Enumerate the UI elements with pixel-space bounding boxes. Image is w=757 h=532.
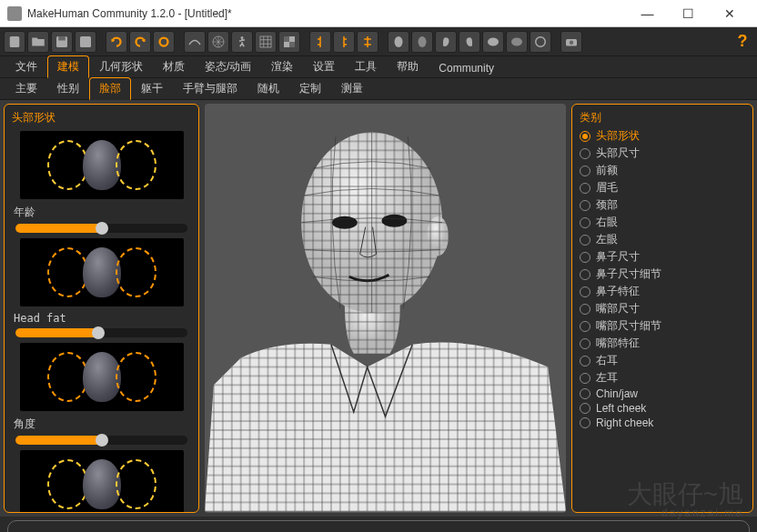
shape-thumbnail[interactable] [20,343,184,411]
new-file-button[interactable] [4,31,25,53]
main-tabs: 文件建模几何形状材质姿态/动画渲染设置工具帮助Community [0,56,757,78]
category-option-0[interactable]: 头部形状 [576,127,749,145]
svg-point-6 [241,36,244,39]
main-tab-3[interactable]: 材质 [153,55,195,77]
close-button[interactable]: ✕ [709,0,750,27]
category-option-4[interactable]: 颈部 [576,196,749,214]
view-right-button[interactable] [459,31,480,53]
sub-tab-1[interactable]: 性别 [47,77,89,99]
shape-thumbnail[interactable] [20,450,184,513]
category-option-5[interactable]: 右眼 [576,214,749,231]
category-option-10[interactable]: 嘴部尺寸 [576,300,749,317]
category-option-1[interactable]: 头部尺寸 [576,145,749,162]
sub-tab-5[interactable]: 随机 [247,77,289,99]
slider-2[interactable] [15,436,187,445]
maximize-button[interactable]: ☐ [668,0,709,27]
category-option-13[interactable]: 右耳 [576,352,749,369]
category-option-12[interactable]: 嘴部特征 [576,335,749,352]
radio-icon [580,417,590,428]
category-option-2[interactable]: 前额 [576,162,749,179]
refresh-button[interactable] [153,31,175,53]
main-tab-2[interactable]: 几何形状 [89,55,153,77]
help-button[interactable]: ? [732,32,753,51]
open-file-button[interactable] [27,31,49,53]
view-reset-button[interactable] [530,31,551,53]
app-icon [7,6,22,21]
main-tab-9[interactable]: Community [429,58,504,77]
redo-button[interactable] [129,31,151,53]
right-panel: 类别 头部形状 头部尺寸 前额 眉毛 颈部 右眼 左眼 鼻子尺寸 鼻子尺寸细节 … [571,104,753,513]
minimize-button[interactable]: — [627,0,668,27]
background-button[interactable] [278,31,300,53]
radio-label: Chin/jaw [596,387,638,400]
radio-label: 左耳 [596,370,618,386]
slider-0[interactable] [15,224,187,233]
symmetry-toggle-button[interactable] [357,31,378,53]
shape-thumbnail[interactable] [20,238,184,306]
view-left-button[interactable] [435,31,457,53]
main-tab-7[interactable]: 工具 [345,55,387,77]
sub-tabs: 主要性别脸部躯干手臂与腿部随机定制测量 [0,78,757,100]
view-front-button[interactable] [388,31,409,53]
radio-label: 头部尺寸 [596,146,640,161]
radio-label: 右眼 [596,215,618,230]
sub-tab-7[interactable]: 测量 [331,77,373,99]
wireframe-button[interactable] [207,31,229,53]
category-option-15[interactable]: Chin/jaw [576,386,749,401]
view-top-button[interactable] [482,31,504,53]
svg-point-4 [160,37,168,45]
sub-tab-4[interactable]: 手臂与腿部 [173,77,247,99]
main-tab-1[interactable]: 建模 [47,55,89,78]
window-title: MakeHuman Community 1.2.0 - [Untitled]* [27,7,627,20]
radio-label: 鼻子特征 [596,284,640,299]
shape-thumbnail[interactable] [20,131,184,199]
radio-icon [580,131,590,142]
radio-label: 嘴部尺寸 [596,301,640,316]
main-tab-0[interactable]: 文件 [5,55,47,77]
radio-label: 头部形状 [596,128,640,144]
save-file-button[interactable] [51,31,73,53]
export-button[interactable] [75,31,96,53]
radio-label: 颈部 [596,197,618,213]
pose-button[interactable] [231,31,253,53]
radio-label: 鼻子尺寸 [596,249,640,265]
main-tab-8[interactable]: 帮助 [387,55,429,77]
radio-icon [580,252,590,263]
category-option-3[interactable]: 眉毛 [576,179,749,196]
right-panel-title: 类别 [576,108,749,127]
slider-label-1: Head fat [8,310,195,326]
view-bottom-button[interactable] [506,31,528,53]
category-option-8[interactable]: 鼻子尺寸细节 [576,266,749,283]
radio-icon [580,373,590,384]
symmetry-l-button[interactable] [333,31,355,53]
radio-label: 左眼 [596,232,618,247]
sub-tab-3[interactable]: 躯干 [131,77,173,99]
radio-icon [580,200,590,211]
category-option-6[interactable]: 左眼 [576,231,749,248]
svg-rect-10 [289,42,295,47]
smooth-button[interactable] [184,31,206,53]
radio-icon [580,356,590,366]
sub-tab-0[interactable]: 主要 [5,77,47,99]
sub-tab-6[interactable]: 定制 [289,77,331,99]
category-option-17[interactable]: Right cheek [576,416,749,430]
category-option-14[interactable]: 左耳 [576,369,749,386]
symmetry-r-button[interactable] [309,31,331,53]
slider-label-2: 角度 [8,415,195,434]
sub-tab-2[interactable]: 脸部 [89,77,131,100]
camera-button[interactable] [560,31,582,53]
viewport-3d[interactable] [205,104,566,513]
view-back-button[interactable] [411,31,433,53]
radio-label: Right cheek [596,417,653,429]
category-option-9[interactable]: 鼻子特征 [576,283,749,300]
slider-1[interactable] [15,328,187,337]
main-tab-6[interactable]: 设置 [303,55,345,77]
main-tab-4[interactable]: 姿态/动画 [195,55,261,77]
undo-button[interactable] [106,31,127,53]
category-option-11[interactable]: 嘴部尺寸细节 [576,317,749,335]
svg-point-12 [419,36,427,47]
grid-button[interactable] [255,31,277,53]
main-tab-5[interactable]: 渲染 [261,55,303,77]
category-option-7[interactable]: 鼻子尺寸 [576,248,749,266]
category-option-16[interactable]: Left cheek [576,401,749,416]
